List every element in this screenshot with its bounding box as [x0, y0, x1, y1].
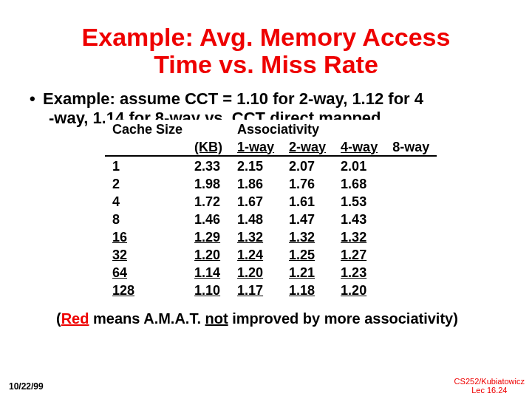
table-row: 321.201.241.251.27: [105, 245, 437, 263]
table-cell: 2.15: [230, 156, 282, 174]
slide: Example: Avg. Memory Access Time vs. Mis…: [0, 0, 532, 399]
h2-blank: [105, 137, 187, 156]
h2-kb: (KB): [187, 137, 230, 156]
table-hdr1: Cache Size Associativity: [105, 120, 437, 137]
credit-line-1: CS252/Kubiatowicz: [454, 377, 525, 386]
table-cell: 1.20: [333, 281, 385, 299]
table-cell: [385, 156, 437, 174]
table-cell: 8: [105, 210, 187, 228]
table-row: 81.461.481.471.43: [105, 210, 437, 228]
credit-block: CS252/Kubiatowicz Lec 16.24: [454, 377, 525, 395]
table-cell: 1.17: [230, 281, 282, 299]
h-assoc: Associativity: [230, 120, 437, 137]
table-cell: 1.86: [230, 174, 282, 192]
table-cell: 1.32: [282, 228, 333, 245]
h-blank: [187, 120, 230, 137]
table-cell: 2.01: [333, 156, 385, 174]
table-row: 1281.101.171.181.20: [105, 281, 437, 299]
table-cell: 1.47: [282, 210, 333, 228]
table-cell: 1.10: [187, 281, 230, 299]
note-rest-b: improved by more associativity): [228, 310, 458, 327]
table-cell: 1.72: [187, 192, 230, 210]
table-cell: 1.32: [230, 228, 282, 245]
note-red: Red: [61, 310, 89, 327]
footer-date: 10/22/99: [9, 381, 44, 392]
amat-table-wrap: Cache Size Associativity (KB) 1-way 2-wa…: [105, 120, 508, 299]
table-hdr2: (KB) 1-way 2-way 4-way 8-way: [105, 137, 437, 156]
table-cell: 1.23: [333, 263, 385, 281]
table-row: 641.141.201.211.23: [105, 263, 437, 281]
title-line-1: Example: Avg. Memory Access: [82, 23, 451, 51]
h2-2w: 2-way: [282, 137, 333, 156]
amat-table-main: Cache Size Associativity (KB) 1-way 2-wa…: [105, 120, 437, 299]
table-cell: [385, 192, 437, 210]
table-row: 21.981.861.761.68: [105, 174, 437, 192]
table-row: 41.721.671.611.53: [105, 192, 437, 210]
table-cell: 1.53: [333, 192, 385, 210]
table-cell: 1: [105, 156, 187, 174]
footnote: (Red means A.M.A.T. not improved by more…: [56, 310, 508, 327]
table-cell: [385, 281, 437, 299]
table-cell: 64: [105, 263, 187, 281]
table-cell: [385, 228, 437, 245]
note-rest-a: means A.M.A.T.: [89, 310, 205, 327]
slide-title: Example: Avg. Memory Access Time vs. Mis…: [24, 24, 508, 79]
table-cell: 1.21: [282, 263, 333, 281]
table-cell: 1.20: [230, 263, 282, 281]
note-open: (: [56, 310, 61, 327]
table-cell: 2.33: [187, 156, 230, 174]
table-cell: 2.07: [282, 156, 333, 174]
bullet-dot: •: [30, 89, 43, 109]
h2-1w: 1-way: [230, 137, 282, 156]
table-cell: 1.18: [282, 281, 333, 299]
table-cell: 1.61: [282, 192, 333, 210]
table-row: 12.332.152.072.01: [105, 156, 437, 174]
table-cell: 1.29: [187, 228, 230, 245]
table-cell: 1.27: [333, 245, 385, 263]
table-body: 12.332.152.072.0121.981.861.761.6841.721…: [105, 156, 437, 299]
table-cell: 1.32: [333, 228, 385, 245]
table-row: 161.291.321.321.32: [105, 228, 437, 245]
table-cell: [385, 245, 437, 263]
h2-8w: 8-way: [385, 137, 437, 156]
table-cell: 2: [105, 174, 187, 192]
table-cell: [385, 174, 437, 192]
table-cell: 4: [105, 192, 187, 210]
table-cell: 128: [105, 281, 187, 299]
table-cell: 1.48: [230, 210, 282, 228]
table-cell: 1.24: [230, 245, 282, 263]
table-cell: 1.46: [187, 210, 230, 228]
table-cell: 1.20: [187, 245, 230, 263]
table-cell: 1.14: [187, 263, 230, 281]
credit-line-2: Lec 16.24: [471, 386, 507, 395]
table-cell: [385, 210, 437, 228]
table-cell: 32: [105, 245, 187, 263]
table-cell: 1.43: [333, 210, 385, 228]
note-not: not: [205, 310, 228, 327]
table-cell: 1.76: [282, 174, 333, 192]
bullet-text-a: Example: assume CCT = 1.10 for 2-way, 1.…: [43, 89, 423, 108]
table-cell: 1.25: [282, 245, 333, 263]
table-cell: 1.67: [230, 192, 282, 210]
title-line-2: Time vs. Miss Rate: [154, 50, 378, 78]
table-cell: 1.68: [333, 174, 385, 192]
table-cell: [385, 263, 437, 281]
h-cachesize: Cache Size: [105, 120, 187, 137]
table-cell: 1.98: [187, 174, 230, 192]
h2-4w: 4-way: [333, 137, 385, 156]
table-cell: 16: [105, 228, 187, 245]
